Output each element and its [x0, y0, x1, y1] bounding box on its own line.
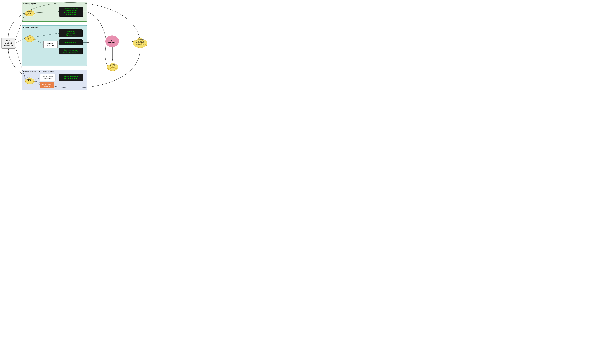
interprets-fspec-verif-cloud: Interprets fSpec	[25, 33, 35, 43]
block-fspec-box: Block functional specification	[1, 38, 15, 49]
functional-coverage-label: Functional coverage points expressed in …	[63, 49, 78, 53]
diagram-container: Modeling Engineer Verification Engineer …	[0, 0, 148, 91]
interprets-fspec-verif-label: Interprets fSpec	[27, 36, 33, 39]
microarch-diagrams-label: Microarchitecture diagrams	[42, 83, 52, 87]
checking-quality-cloud: Checking the quality of tests	[107, 60, 119, 72]
rtl-simulation-label: RTL Simulation	[108, 40, 116, 43]
tests-sv-box: Tests coded in SV	[59, 39, 83, 45]
microarch-spec-box: Microarchitecture specification	[40, 74, 55, 81]
common-debug-cloud: Common debug: Reconvergence of three fSp…	[132, 35, 148, 49]
test-plan-label: Test plan in a spreadsheet	[46, 43, 54, 46]
rtl-code-box: Register-transfer-level (RTL) code in Ve…	[59, 74, 83, 81]
interprets-fspec-rtl-cloud: Interprets fSpec	[25, 75, 35, 85]
test-plan-box: Test plan in a spreadsheet	[43, 41, 58, 48]
verification-engineer-title: Verification Engineer	[23, 26, 38, 28]
transaction-accurate-label: Transaction-accurate (untimed) model in …	[64, 8, 78, 15]
checking-quality-label: Checking the quality of tests	[110, 64, 116, 68]
tests-sv-label: Tests coded in SV	[65, 41, 77, 43]
rtl-design-title: Block microarchitect / RTL Design Engine…	[23, 71, 54, 72]
verif-env-box: Verification environment coded in System…	[59, 29, 83, 37]
interprets-fspec-modeling-cloud: Interprets fSpec	[25, 7, 35, 17]
common-debug-label: Common debug: Reconvergence of three fSp…	[136, 39, 145, 45]
interprets-fspec-modeling-label: Interprets fSpec	[27, 11, 33, 14]
microarch-spec-label: Microarchitecture specification	[43, 76, 53, 79]
microarch-diagrams-box: Microarchitecture diagrams	[40, 82, 54, 88]
block-fspec-label: Block functional specification	[4, 40, 13, 46]
rtl-code-label: Register-transfer-level (RTL) code in Ve…	[64, 76, 78, 79]
rtl-simulation-circle: RTL Simulation	[105, 35, 119, 47]
transaction-accurate-box: Transaction-accurate (untimed) model in …	[59, 7, 83, 17]
functional-coverage-box: Functional coverage points expressed in …	[59, 48, 83, 54]
modeling-engineer-title: Modeling Engineer	[23, 3, 36, 5]
interprets-fspec-rtl-label: Interprets fSpec	[27, 78, 33, 82]
verif-env-label: Verification environment coded in System…	[64, 30, 78, 36]
